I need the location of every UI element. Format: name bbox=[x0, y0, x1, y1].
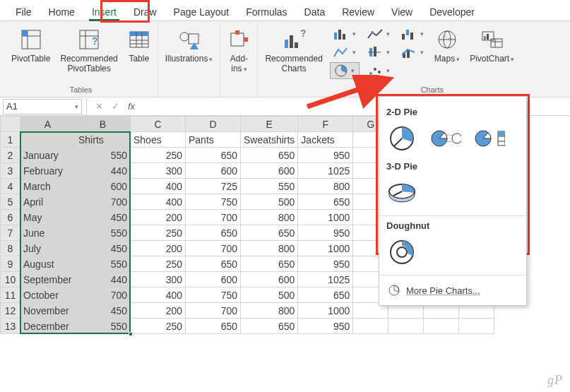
cell-F8[interactable]: 1000 bbox=[298, 241, 353, 256]
tab-formulas[interactable]: Formulas bbox=[237, 2, 295, 20]
combo-chart-button[interactable]: ▾ bbox=[398, 44, 427, 61]
row-header-7[interactable]: 7 bbox=[1, 225, 20, 241]
cell-F5[interactable]: 650 bbox=[298, 194, 353, 210]
tab-data[interactable]: Data bbox=[296, 2, 334, 20]
cell-D13[interactable]: 650 bbox=[186, 319, 241, 334]
cell-B12[interactable]: 450 bbox=[76, 303, 131, 319]
table-button[interactable]: Table bbox=[125, 25, 153, 84]
cell-C8[interactable]: 200 bbox=[131, 241, 186, 256]
recommended-charts-button[interactable]: ? Recommended Charts bbox=[262, 25, 325, 84]
cell-F9[interactable]: 950 bbox=[298, 256, 353, 272]
cell-F1[interactable]: Jackets bbox=[298, 132, 353, 148]
cell-E2[interactable]: 650 bbox=[241, 148, 298, 163]
row-header-5[interactable]: 5 bbox=[1, 194, 20, 210]
cell-D1[interactable]: Pants bbox=[186, 132, 241, 148]
cell-B1[interactable]: Shirts bbox=[76, 132, 131, 148]
name-box[interactable]: A1 ▾ bbox=[3, 99, 82, 114]
cell-A9[interactable]: August bbox=[20, 256, 76, 272]
cell-A3[interactable]: February bbox=[20, 163, 76, 179]
cell-A7[interactable]: June bbox=[20, 225, 76, 241]
name-box-dropdown-icon[interactable]: ▾ bbox=[75, 103, 78, 110]
scatter-chart-button[interactable]: ▾ bbox=[364, 62, 393, 79]
pie-3d-option[interactable] bbox=[386, 177, 417, 208]
tab-view[interactable]: View bbox=[383, 2, 421, 20]
cell-E9[interactable]: 650 bbox=[241, 256, 298, 272]
cell-E6[interactable]: 800 bbox=[241, 210, 298, 225]
cell-C7[interactable]: 250 bbox=[131, 225, 186, 241]
row-header-11[interactable]: 11 bbox=[1, 287, 20, 303]
tab-insert[interactable]: Insert bbox=[83, 2, 125, 20]
cell-B9[interactable]: 550 bbox=[76, 256, 131, 272]
more-pie-charts[interactable]: More Pie Charts... bbox=[386, 280, 519, 301]
cell-B6[interactable]: 450 bbox=[76, 210, 131, 225]
hierarchy-chart-button[interactable]: ▾ bbox=[330, 44, 360, 61]
cell-D7[interactable]: 650 bbox=[186, 225, 241, 241]
tab-review[interactable]: Review bbox=[333, 2, 383, 20]
cell-D11[interactable]: 750 bbox=[186, 287, 241, 303]
cell-F11[interactable]: 650 bbox=[298, 287, 353, 303]
cell-B5[interactable]: 700 bbox=[76, 194, 131, 210]
cell-D6[interactable]: 700 bbox=[186, 210, 241, 225]
cell-C5[interactable]: 400 bbox=[131, 194, 186, 210]
row-header-2[interactable]: 2 bbox=[1, 148, 20, 163]
cell-B3[interactable]: 440 bbox=[76, 163, 131, 179]
row-header-4[interactable]: 4 bbox=[1, 179, 20, 194]
cell-A13[interactable]: December bbox=[20, 319, 76, 334]
column-header-D[interactable]: D bbox=[186, 117, 241, 132]
cell-F4[interactable]: 800 bbox=[298, 179, 353, 194]
pie-chart-button[interactable]: ▾ bbox=[330, 62, 360, 79]
row-header-9[interactable]: 9 bbox=[1, 256, 20, 272]
tab-page-layout[interactable]: Page Layout bbox=[165, 2, 238, 20]
cell-C1[interactable]: Shoes bbox=[131, 132, 186, 148]
cell-A4[interactable]: March bbox=[20, 179, 76, 194]
cell-J13[interactable] bbox=[459, 319, 494, 334]
cell-A5[interactable]: April bbox=[20, 194, 76, 210]
pie-of-pie-option[interactable] bbox=[430, 123, 461, 154]
row-header-10[interactable]: 10 bbox=[1, 272, 20, 287]
tab-draw[interactable]: Draw bbox=[125, 2, 165, 20]
cell-B4[interactable]: 600 bbox=[76, 179, 131, 194]
cell-F7[interactable]: 950 bbox=[298, 225, 353, 241]
cell-B2[interactable]: 550 bbox=[76, 148, 131, 163]
cell-D2[interactable]: 650 bbox=[186, 148, 241, 163]
doughnut-option[interactable] bbox=[386, 237, 417, 268]
tab-home[interactable]: Home bbox=[40, 2, 83, 20]
row-header-6[interactable]: 6 bbox=[1, 210, 20, 225]
cell-F12[interactable]: 1000 bbox=[298, 303, 353, 319]
cell-A12[interactable]: November bbox=[20, 303, 76, 319]
cell-D10[interactable]: 600 bbox=[186, 272, 241, 287]
cell-F6[interactable]: 1000 bbox=[298, 210, 353, 225]
cell-G13[interactable] bbox=[353, 319, 388, 334]
cell-C6[interactable]: 200 bbox=[131, 210, 186, 225]
cell-E1[interactable]: Sweatshirts bbox=[241, 132, 298, 148]
cell-F2[interactable]: 950 bbox=[298, 148, 353, 163]
cell-C2[interactable]: 250 bbox=[131, 148, 186, 163]
column-header-F[interactable]: F bbox=[298, 117, 353, 132]
tab-file[interactable]: File bbox=[7, 2, 40, 20]
statistic-chart-button[interactable]: ▾ bbox=[364, 44, 393, 61]
cell-F13[interactable]: 950 bbox=[298, 319, 353, 334]
cell-C3[interactable]: 300 bbox=[131, 163, 186, 179]
cell-B7[interactable]: 550 bbox=[76, 225, 131, 241]
column-chart-button[interactable]: ▾ bbox=[330, 25, 360, 42]
bar-of-pie-option[interactable] bbox=[474, 123, 505, 154]
pie-2d-option[interactable] bbox=[386, 123, 417, 154]
cell-D3[interactable]: 600 bbox=[186, 163, 241, 179]
waterfall-chart-button[interactable]: ▾ bbox=[398, 25, 427, 42]
maps-button[interactable]: Maps▾ bbox=[432, 25, 463, 84]
cell-A2[interactable]: January bbox=[20, 148, 76, 163]
cell-E10[interactable]: 600 bbox=[241, 272, 298, 287]
cell-B13[interactable]: 550 bbox=[76, 319, 131, 334]
column-header-B[interactable]: B bbox=[76, 117, 131, 132]
cell-C13[interactable]: 250 bbox=[131, 319, 186, 334]
cell-D5[interactable]: 750 bbox=[186, 194, 241, 210]
column-header-A[interactable]: A bbox=[20, 117, 76, 132]
cell-E11[interactable]: 500 bbox=[241, 287, 298, 303]
column-header-C[interactable]: C bbox=[131, 117, 186, 132]
line-chart-button[interactable]: ▾ bbox=[364, 25, 393, 42]
cell-F3[interactable]: 1025 bbox=[298, 163, 353, 179]
cell-D12[interactable]: 700 bbox=[186, 303, 241, 319]
row-header-13[interactable]: 13 bbox=[1, 319, 20, 334]
tab-developer[interactable]: Developer bbox=[421, 2, 483, 20]
row-header-1[interactable]: 1 bbox=[1, 132, 20, 148]
